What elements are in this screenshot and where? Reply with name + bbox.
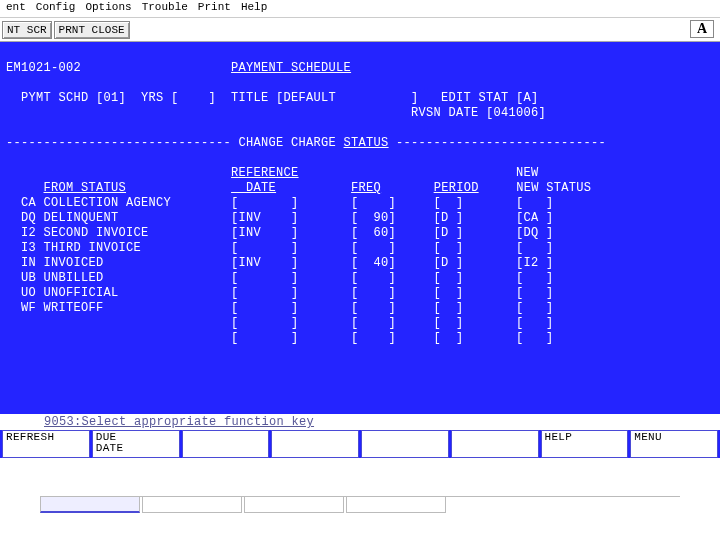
menu-config[interactable]: Config [32,1,80,16]
fn-key-due-date[interactable]: DUE DATE [92,430,180,458]
fn-key-menu[interactable]: MENU [630,430,718,458]
tab-1[interactable] [40,497,140,513]
menu-help[interactable]: Help [237,1,271,16]
menubar: ent Config Options Trouble Print Help [0,0,720,18]
fn-key-6[interactable] [451,430,539,458]
terminal-screen: EM1021-002 PAYMENT SCHEDULE PYMT SCHD [0… [0,42,720,458]
nt-scr-button[interactable]: NT SCR [2,21,52,39]
font-indicator[interactable]: A [690,20,714,38]
fn-key-refresh[interactable]: REFRESH [2,430,90,458]
toolbar: NT SCR PRNT CLOSE A [0,18,720,42]
menu-ent[interactable]: ent [2,1,30,16]
tab-2[interactable] [142,497,242,513]
status-message: 9053:Select appropriate function key [0,414,720,430]
fn-key-help[interactable]: HELP [541,430,629,458]
prnt-close-button[interactable]: PRNT CLOSE [54,21,130,39]
menu-options[interactable]: Options [81,1,135,16]
fn-key-3[interactable] [182,430,270,458]
tab-3[interactable] [244,497,344,513]
bottom-area [0,458,720,518]
function-key-row: REFRESH DUE DATE HELP MENU [0,430,720,458]
menu-print[interactable]: Print [194,1,235,16]
tab-strip [40,496,680,514]
tab-4[interactable] [346,497,446,513]
fn-key-4[interactable] [271,430,359,458]
menu-trouble[interactable]: Trouble [138,1,192,16]
terminal-text: EM1021-002 PAYMENT SCHEDULE PYMT SCHD [0… [6,46,714,346]
fn-key-5[interactable] [361,430,449,458]
